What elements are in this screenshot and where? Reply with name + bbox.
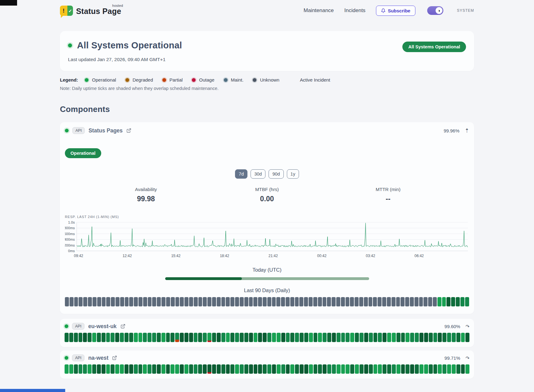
uptime-tick[interactable] — [337, 333, 341, 342]
uptime-tick[interactable] — [235, 364, 239, 374]
uptime-tick[interactable] — [134, 333, 138, 342]
uptime-tick[interactable] — [111, 333, 115, 342]
nav-incidents[interactable]: Incidents — [344, 7, 365, 14]
uptime-tick[interactable] — [129, 297, 133, 306]
range-button-90d[interactable]: 90d — [269, 169, 283, 179]
uptime-tick[interactable] — [355, 333, 359, 342]
uptime-tick[interactable] — [456, 333, 460, 342]
uptime-tick[interactable] — [106, 364, 110, 374]
uptime-tick[interactable] — [129, 364, 133, 374]
uptime-tick[interactable] — [152, 364, 156, 374]
uptime-tick[interactable] — [83, 333, 87, 342]
uptime-tick[interactable] — [295, 364, 299, 374]
uptime-tick[interactable] — [461, 333, 465, 342]
uptime-tick[interactable] — [212, 297, 216, 306]
uptime-tick[interactable] — [203, 333, 207, 342]
uptime-tick[interactable] — [138, 364, 143, 374]
uptime-tick[interactable] — [438, 333, 442, 342]
uptime-tick[interactable] — [401, 364, 405, 374]
uptime-tick[interactable] — [309, 297, 313, 306]
range-button-30d[interactable]: 30d — [251, 169, 265, 179]
uptime-tick[interactable] — [314, 333, 318, 342]
uptime-tick[interactable] — [226, 364, 230, 374]
uptime-tick[interactable] — [359, 297, 363, 306]
uptime-tick[interactable] — [170, 333, 174, 342]
uptime-tick[interactable] — [244, 364, 248, 374]
uptime-tick[interactable] — [387, 364, 391, 374]
uptime-tick[interactable] — [304, 364, 308, 374]
uptime-tick[interactable] — [378, 364, 382, 374]
uptime-tick[interactable] — [161, 333, 165, 342]
uptime-tick[interactable] — [327, 364, 331, 374]
uptime-tick[interactable] — [300, 364, 304, 374]
uptime-tick[interactable] — [138, 297, 143, 306]
uptime-tick[interactable] — [115, 297, 120, 306]
uptime-tick[interactable] — [318, 333, 322, 342]
external-link-icon[interactable] — [126, 128, 131, 133]
uptime-tick[interactable] — [286, 364, 290, 374]
uptime-tick[interactable] — [124, 333, 129, 342]
uptime-tick[interactable] — [350, 364, 354, 374]
uptime-tick[interactable] — [456, 297, 460, 306]
uptime-tick[interactable] — [447, 364, 451, 374]
uptime-tick[interactable] — [221, 297, 225, 306]
uptime-tick[interactable] — [314, 364, 318, 374]
uptime-tick[interactable] — [152, 297, 156, 306]
uptime-tick[interactable] — [382, 333, 387, 342]
uptime-tick[interactable] — [70, 297, 74, 306]
uptime-tick[interactable] — [102, 364, 106, 374]
uptime-tick[interactable] — [65, 364, 69, 374]
uptime-tick[interactable] — [332, 364, 336, 374]
uptime-tick[interactable] — [276, 297, 280, 306]
uptime-tick[interactable] — [125, 297, 129, 306]
uptime-tick[interactable] — [207, 333, 211, 342]
uptime-tick[interactable] — [346, 297, 350, 306]
uptime-tick[interactable] — [415, 364, 419, 374]
uptime-tick[interactable] — [258, 364, 262, 374]
uptime-tick[interactable] — [240, 333, 244, 342]
uptime-tick[interactable] — [194, 333, 198, 342]
uptime-tick[interactable] — [281, 297, 285, 306]
uptime-tick[interactable] — [184, 364, 188, 374]
uptime-tick[interactable] — [429, 364, 433, 374]
uptime-tick[interactable] — [106, 333, 110, 342]
uptime-tick[interactable] — [207, 364, 211, 374]
uptime-tick[interactable] — [74, 297, 78, 306]
uptime-tick[interactable] — [415, 333, 419, 342]
uptime-tick[interactable] — [309, 364, 313, 374]
uptime-tick[interactable] — [235, 297, 239, 306]
uptime-tick[interactable] — [166, 333, 170, 342]
uptime-tick[interactable] — [88, 364, 92, 374]
uptime-tick[interactable] — [217, 333, 221, 342]
uptime-tick[interactable] — [184, 297, 188, 306]
uptime-tick[interactable] — [392, 364, 396, 374]
uptime-tick[interactable] — [143, 364, 147, 374]
uptime-tick[interactable] — [74, 333, 78, 342]
uptime-tick[interactable] — [120, 364, 124, 374]
uptime-tick[interactable] — [263, 364, 267, 374]
uptime-tick[interactable] — [115, 333, 119, 342]
uptime-tick[interactable] — [360, 364, 364, 374]
uptime-tick[interactable] — [157, 297, 161, 306]
uptime-tick[interactable] — [97, 364, 101, 374]
range-button-7d[interactable]: 7d — [235, 169, 247, 179]
uptime-tick[interactable] — [281, 364, 285, 374]
uptime-tick[interactable] — [456, 364, 460, 374]
uptime-tick[interactable] — [447, 333, 451, 342]
uptime-tick[interactable] — [97, 333, 101, 342]
uptime-tick[interactable] — [157, 333, 161, 342]
uptime-tick[interactable] — [419, 297, 423, 306]
uptime-tick[interactable] — [433, 297, 437, 306]
uptime-tick[interactable] — [230, 333, 234, 342]
uptime-tick[interactable] — [414, 297, 419, 306]
uptime-tick[interactable] — [460, 297, 464, 306]
uptime-tick[interactable] — [175, 364, 179, 374]
uptime-tick[interactable] — [304, 333, 308, 342]
uptime-tick[interactable] — [295, 297, 299, 306]
uptime-tick[interactable] — [115, 364, 119, 374]
uptime-tick[interactable] — [267, 364, 271, 374]
uptime-tick[interactable] — [405, 297, 409, 306]
uptime-tick[interactable] — [79, 364, 83, 374]
uptime-tick[interactable] — [281, 333, 285, 342]
uptime-tick[interactable] — [74, 364, 78, 374]
